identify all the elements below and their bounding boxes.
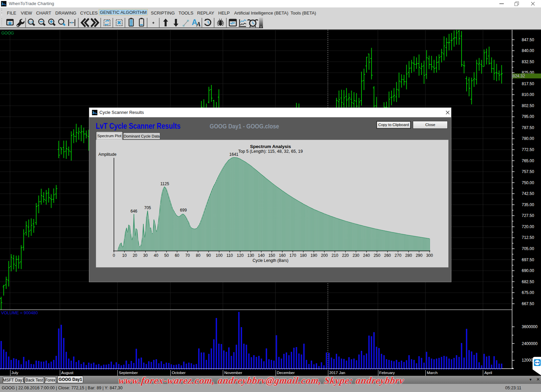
svg-text:260: 260 (384, 253, 391, 258)
svg-text:240: 240 (363, 253, 370, 258)
svg-text:280: 280 (405, 253, 412, 258)
svg-text:3600000: 3600000 (522, 324, 538, 329)
svg-text:VOLUME = 900480: VOLUME = 900480 (1, 311, 38, 315)
svg-text:0: 0 (113, 253, 115, 258)
svg-text:817.50: 817.50 (522, 81, 534, 86)
svg-text:832.50: 832.50 (522, 59, 534, 64)
svg-text:30: 30 (143, 253, 148, 258)
svg-text:757.50: 757.50 (522, 169, 534, 174)
svg-text:GOOG: GOOG (1, 31, 14, 35)
svg-text:1125: 1125 (160, 181, 169, 186)
svg-text:705.00: 705.00 (522, 246, 534, 251)
svg-text:765.00: 765.00 (522, 158, 534, 163)
svg-text:10: 10 (122, 253, 127, 258)
svg-text:150: 150 (268, 253, 275, 258)
svg-text:160: 160 (279, 253, 286, 258)
svg-text:1:1: 1:1 (28, 20, 33, 24)
svg-text:727.50: 727.50 (522, 213, 534, 218)
svg-text:110: 110 (227, 253, 233, 258)
svg-text:675.00: 675.00 (522, 290, 534, 295)
svg-text:646: 646 (131, 209, 137, 214)
svg-text:90: 90 (206, 253, 211, 258)
svg-text:795.00: 795.00 (522, 114, 534, 119)
svg-text:720.00: 720.00 (522, 224, 534, 229)
svg-text:70: 70 (185, 253, 190, 258)
svg-text:787.50: 787.50 (522, 125, 534, 130)
svg-text:802.50: 802.50 (522, 103, 534, 108)
svg-text:80: 80 (196, 253, 201, 258)
svg-text:220: 220 (342, 253, 349, 258)
svg-text:780.00: 780.00 (522, 136, 534, 141)
svg-text:A: A (196, 21, 201, 28)
svg-text:60: 60 (175, 253, 180, 258)
svg-text:190: 190 (310, 253, 317, 258)
svg-text:210: 210 (331, 253, 338, 258)
svg-text:100: 100 (216, 253, 222, 258)
svg-text:230: 230 (353, 253, 359, 258)
svg-text:772.50: 772.50 (522, 147, 534, 152)
svg-text:250: 250 (374, 253, 380, 258)
svg-text:40: 40 (154, 253, 159, 258)
svg-text:667.50: 667.50 (522, 301, 534, 306)
svg-text:2400000: 2400000 (522, 341, 538, 346)
svg-text:200: 200 (321, 253, 328, 258)
svg-text:735.00: 735.00 (522, 202, 534, 207)
svg-text:120: 120 (237, 253, 243, 258)
svg-text:170: 170 (289, 253, 296, 258)
svg-text:712.50: 712.50 (522, 235, 534, 240)
svg-text:20: 20 (133, 253, 137, 258)
svg-text:180: 180 (300, 253, 307, 258)
svg-text:140: 140 (258, 253, 265, 258)
svg-text:824.32: 824.32 (513, 74, 525, 78)
svg-text:840.00: 840.00 (522, 48, 534, 53)
svg-text:50: 50 (164, 253, 169, 258)
svg-text:750.00: 750.00 (522, 180, 534, 185)
svg-text:300: 300 (426, 253, 433, 258)
svg-text:690.00: 690.00 (522, 268, 534, 273)
svg-text:682.50: 682.50 (522, 279, 534, 284)
svg-text:705: 705 (144, 205, 151, 210)
svg-text:742.50: 742.50 (522, 191, 534, 196)
svg-text:130: 130 (247, 253, 254, 258)
svg-text:697.50: 697.50 (522, 258, 534, 262)
svg-text:847.50: 847.50 (522, 38, 534, 42)
svg-text:810.00: 810.00 (522, 92, 534, 97)
svg-text:270: 270 (395, 253, 401, 258)
svg-text:699: 699 (180, 208, 187, 213)
svg-text:290: 290 (416, 253, 422, 258)
